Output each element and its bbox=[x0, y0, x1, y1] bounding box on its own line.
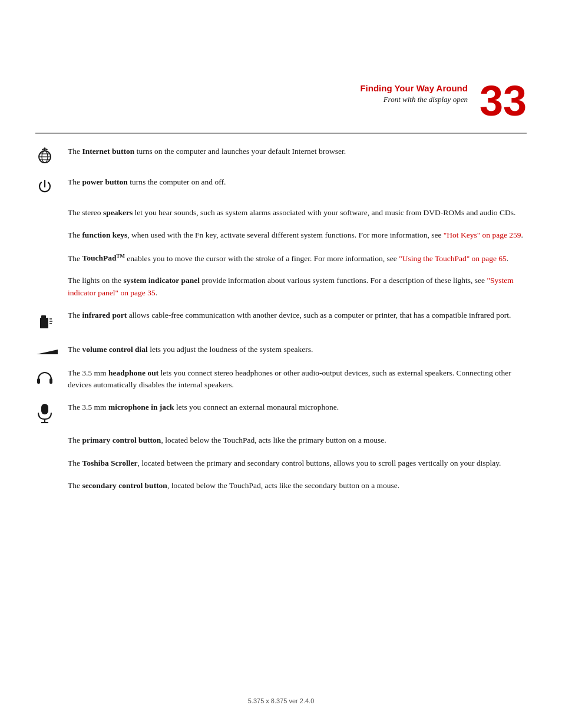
section-divider bbox=[35, 133, 527, 134]
chapter-subtitle: Front with the display open bbox=[360, 94, 467, 105]
svg-rect-12 bbox=[37, 378, 40, 384]
infrared-port-text: The infrared port allows cable-free comm… bbox=[68, 309, 527, 321]
header: Finding Your Way Around Front with the d… bbox=[0, 0, 562, 128]
list-item: The power button turns the computer on a… bbox=[35, 176, 527, 196]
svg-rect-13 bbox=[49, 378, 52, 384]
chapter-number: 33 bbox=[480, 80, 527, 122]
hot-keys-link[interactable]: "Hot Keys" on page 259 bbox=[444, 230, 521, 239]
footer-text: 5.375 x 8.375 ver 2.4.0 bbox=[248, 697, 315, 704]
volume-control-text: The volume control dial lets you adjust … bbox=[68, 344, 527, 355]
list-item: The primary control button, located belo… bbox=[68, 434, 527, 446]
power-icon bbox=[35, 176, 68, 196]
internet-button-text: The Internet button turns on the compute… bbox=[68, 146, 527, 157]
infrared-icon bbox=[35, 309, 68, 333]
microphone-text: The 3.5 mm microphone in jack lets you c… bbox=[68, 401, 527, 413]
svg-rect-7 bbox=[41, 315, 46, 319]
headphone-text: The 3.5 mm headphone out lets you connec… bbox=[68, 367, 527, 391]
chapter-title: Finding Your Way Around bbox=[360, 83, 467, 94]
headphone-icon bbox=[35, 367, 68, 388]
list-item: The 3.5 mm headphone out lets you connec… bbox=[35, 367, 527, 391]
svg-rect-6 bbox=[40, 318, 48, 328]
svg-marker-11 bbox=[37, 350, 58, 354]
list-item: The infrared port allows cable-free comm… bbox=[35, 309, 527, 333]
list-item: The stereo speakers let you hear sounds,… bbox=[68, 207, 527, 219]
list-item: The TouchPadTM enables you to move the c… bbox=[68, 252, 527, 265]
list-item: The Internet button turns on the compute… bbox=[35, 146, 527, 166]
content-area: The Internet button turns on the compute… bbox=[0, 146, 562, 526]
microphone-icon bbox=[35, 401, 68, 424]
list-item: The 3.5 mm microphone in jack lets you c… bbox=[35, 401, 527, 424]
footer: 5.375 x 8.375 ver 2.4.0 bbox=[0, 697, 562, 704]
list-item: The function keys, when used with the Fn… bbox=[68, 229, 527, 241]
list-item: The lights on the system indicator panel… bbox=[68, 275, 527, 299]
list-item: The volume control dial lets you adjust … bbox=[35, 344, 527, 357]
list-item: The Toshiba Scroller, located between th… bbox=[68, 457, 527, 469]
power-button-text: The power button turns the computer on a… bbox=[68, 176, 527, 188]
list-item: The secondary control button, located be… bbox=[68, 480, 527, 492]
header-text: Finding Your Way Around Front with the d… bbox=[360, 83, 467, 105]
volume-icon bbox=[35, 344, 68, 357]
page: Finding Your Way Around Front with the d… bbox=[0, 0, 562, 728]
touchpad-link[interactable]: "Using the TouchPad" on page 65 bbox=[399, 253, 507, 262]
internet-icon bbox=[35, 146, 68, 166]
svg-rect-14 bbox=[41, 404, 48, 414]
